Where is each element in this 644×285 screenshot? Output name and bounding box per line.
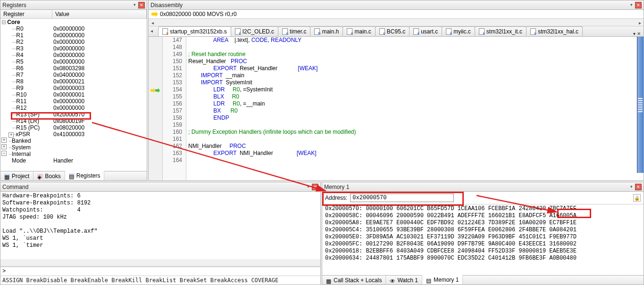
memory-tabstrip: ▦Call Stack + Locals 👁Watch 1 ▤Memory 1 <box>322 275 644 285</box>
file-tab[interactable]: timer.c <box>278 26 310 36</box>
tab-memory[interactable]: ▤Memory 1 <box>422 275 463 284</box>
lock-icon[interactable]: 🔒 <box>633 194 641 202</box>
scroll-left-icon[interactable]: ◂ <box>149 19 156 26</box>
command-pane: Command ▾ ✕ Hardware-Breakpoints: 6 Soft… <box>0 182 321 285</box>
registers-pane: Registers ▾ ✕ Register Value ⊟ Core ····… <box>0 0 147 181</box>
register-row[interactable]: ····R15 (PC)0x08020000 <box>0 124 147 131</box>
file-icon <box>162 28 168 35</box>
disasm-hscroll[interactable]: ◂ ▸ <box>149 19 644 26</box>
file-icon <box>413 28 419 35</box>
tab-project[interactable]: ▦Project <box>0 171 33 180</box>
code-text[interactable]: AREA |.text|, CODE, READONLY; Reset hand… <box>186 37 644 180</box>
command-output[interactable]: Hardware-Breakpoints: 6 Software-Breakpo… <box>0 192 320 259</box>
file-icon <box>314 28 320 35</box>
registers-titlebar[interactable]: Registers ▾ ✕ <box>0 0 147 10</box>
registers-title: Registers <box>2 2 132 8</box>
register-row[interactable]: ····R10x00000000 <box>0 32 147 39</box>
file-tab[interactable]: main.h <box>310 26 343 36</box>
register-row[interactable]: ····R110x00000000 <box>0 98 147 105</box>
pin-icon[interactable]: ▾ <box>628 2 634 8</box>
scroll-right-icon[interactable]: ▸ <box>636 19 644 26</box>
col-value[interactable]: Value <box>52 10 147 18</box>
register-row[interactable]: ····R20x00000000 <box>0 39 147 45</box>
disassembly-pane: Disassembly ▾ ✕ 0x08020000 0000 MOVS r0,… <box>148 0 644 181</box>
memory-dump[interactable]: 0x20000570: 00000100 606201CC B65FD57D 1… <box>322 204 644 275</box>
current-pc-arrow-icon <box>151 11 158 17</box>
disassembly-titlebar[interactable]: Disassembly ▾ ✕ <box>149 0 644 10</box>
file-tabstrip: ◂ startup_stm32l152xb.sI2C_OLED.ctimer.c… <box>149 26 644 37</box>
banked-group[interactable]: +···Banked <box>0 138 147 144</box>
registers-tabstrip: ▦Project ◈Books ▤Registers <box>0 171 147 180</box>
memory-titlebar[interactable]: Memory 1 ▾ ✕ <box>322 182 644 192</box>
register-row[interactable]: ····R80x00000021 <box>0 78 147 85</box>
command-hint: ASSIGN BreakDisable BreakEnable BreakKil… <box>0 276 320 285</box>
breakpoint-gutter[interactable] <box>149 37 163 180</box>
command-input-row <box>0 267 320 276</box>
file-icon <box>530 28 536 35</box>
vertical-scrollbar[interactable] <box>637 37 644 173</box>
file-icon <box>446 28 452 35</box>
command-input[interactable] <box>2 268 318 275</box>
file-icon <box>479 28 485 35</box>
file-icon <box>282 28 288 35</box>
file-icon <box>235 28 241 35</box>
registers-tree[interactable]: ⊟ Core ····R00x00000000····R10x00000000·… <box>0 19 147 171</box>
register-row[interactable]: ····R90x00000003 <box>0 85 147 91</box>
tabstrip-menu-icon[interactable]: ▾ ✕ <box>633 31 641 36</box>
close-icon[interactable]: ✕ <box>138 2 145 8</box>
col-register[interactable]: Register <box>0 10 52 18</box>
file-tab[interactable]: BC95.c <box>375 26 410 36</box>
system-group[interactable]: +···System <box>0 144 147 151</box>
file-tab[interactable]: myiic.c <box>442 26 475 36</box>
file-icon <box>379 28 385 35</box>
tab-watch[interactable]: 👁Watch 1 <box>386 276 422 285</box>
file-tab[interactable]: usart.c <box>409 26 442 36</box>
tab-books[interactable]: ◈Books <box>33 171 65 180</box>
pin-icon[interactable]: ▾ <box>628 184 634 189</box>
internal-group[interactable]: −···Internal <box>0 151 147 157</box>
value-highlight <box>557 209 591 218</box>
disassembly-title: Disassembly <box>151 2 628 8</box>
pin-icon[interactable]: ▾ <box>132 2 137 8</box>
register-row[interactable]: ····R00x00000000 <box>0 25 147 32</box>
register-row[interactable]: ····R60x08003298 <box>0 65 147 72</box>
line-numbers: 1471481491501511521531541551561571581591… <box>163 37 186 180</box>
file-tab[interactable]: main.c <box>343 26 375 36</box>
register-row[interactable]: ····R120x00000000 <box>0 105 147 111</box>
cmd-hscroll[interactable] <box>0 259 320 267</box>
close-icon[interactable]: ✕ <box>635 2 642 8</box>
close-icon[interactable]: ✕ <box>312 184 318 190</box>
registers-header: Register Value <box>0 10 147 19</box>
register-row[interactable]: ····R70x04000000 <box>0 72 147 78</box>
file-tab[interactable]: I2C_OLED.c <box>231 26 278 36</box>
register-row[interactable]: ····R40x00000000 <box>0 52 147 58</box>
code-editor[interactable]: 1471481491501511521531541551561571581591… <box>149 37 644 180</box>
register-row[interactable]: ····R50x00000000 <box>0 58 147 65</box>
bottom-row: Command ▾ ✕ Hardware-Breakpoints: 6 Soft… <box>0 182 644 285</box>
tab-callstack[interactable]: ▦Call Stack + Locals <box>322 276 386 285</box>
register-row[interactable]: ····R30x00000000 <box>0 45 147 52</box>
file-icon <box>347 28 352 35</box>
tabstrip-prev-icon[interactable]: ◂ <box>151 28 153 33</box>
pin-icon[interactable]: ▾ <box>305 184 311 189</box>
file-tab[interactable]: stm32l1xx_hal.c <box>526 26 583 36</box>
memory-pane: Memory 1 ▾ ✕ Address: 🔒 0x20000570: 0000… <box>322 182 644 285</box>
command-titlebar[interactable]: Command ▾ ✕ <box>0 182 320 192</box>
disassembly-current: 0x08020000 0000 MOVS r0,r0 <box>149 10 644 19</box>
execution-marker-icon <box>151 88 161 94</box>
core-group[interactable]: ⊟ Core <box>0 19 147 25</box>
address-highlight <box>322 192 464 206</box>
r13-highlight <box>11 112 91 120</box>
file-tab[interactable]: startup_stm32l152xb.s <box>158 26 231 36</box>
memory-title: Memory 1 <box>324 184 628 190</box>
close-icon[interactable]: ✕ <box>635 184 642 190</box>
register-row[interactable]: ····R100x00000001 <box>0 91 147 98</box>
tab-registers[interactable]: ▤Registers <box>65 171 105 180</box>
register-row[interactable]: ····+xPSR0x41000003 <box>0 131 147 138</box>
mode-row[interactable]: ModeHandler <box>0 157 147 164</box>
command-title: Command <box>2 184 305 190</box>
file-tab[interactable]: stm32l1xx_it.c <box>475 26 527 36</box>
